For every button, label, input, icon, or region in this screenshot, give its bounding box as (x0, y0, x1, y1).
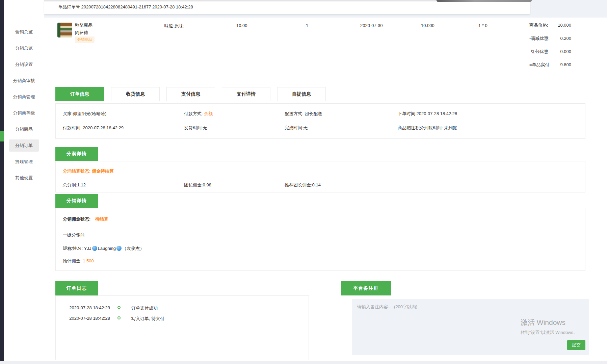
sidebar-item-distributor-level[interactable]: 分销商等级 (4, 105, 44, 121)
product-price: 10.00 (236, 23, 247, 28)
price-summary: 商品价格:10.000 -满减优惠:0.200 -红包优惠:0.000 =单品实… (529, 23, 571, 76)
sidebar-item-label: 分销总览 (15, 45, 33, 51)
product-quantity: 1 (306, 23, 308, 28)
bottom-edge-strip (0, 361, 607, 364)
nickname-emoji-icon (92, 246, 97, 251)
sidebar-item-label: 分销商管理 (13, 94, 35, 100)
expected-commission-row: 预计佣金: 1.500 (63, 258, 94, 264)
windows-activation-watermark: 激活 Windows 转到“设置”以激活 Windows。 (521, 318, 578, 336)
log-dot-icon (117, 306, 121, 309)
nickname-suffix: （袁俊杰） (122, 246, 144, 251)
watermark-line1: 激活 Windows (521, 318, 578, 327)
payment-method-value: 余额 (204, 111, 213, 116)
summary-row-redpacket-discount: -红包优惠:0.000 (529, 49, 571, 54)
tab-shipping-info[interactable]: 收货信息 (111, 87, 160, 101)
expected-commission-value: 1.500 (83, 258, 94, 263)
sidebar-item-withdraw-management[interactable]: 提现管理 (4, 154, 44, 170)
summary-label: -红包优惠: (529, 49, 550, 54)
tab-payment-detail[interactable]: 支付详情 (222, 87, 270, 101)
log-time: 2020-07-28 18:42:28 (63, 316, 110, 321)
product-spec: 1 * 0 (478, 23, 487, 28)
active-section-indicator (0, 131, 4, 141)
sidebar-item-distribution-settings[interactable]: 分销设置 (4, 56, 44, 73)
sidebar-item-distribution-orders[interactable]: 分销订单 (4, 137, 44, 154)
nickname-mid: Laughing (98, 246, 116, 251)
distributor-nickname-row: 昵称/姓名: YJJLaughing（袁俊杰） (63, 245, 144, 252)
ship-time: 发货时间:无 (184, 125, 207, 131)
nickname-prefix: YJJ (84, 246, 91, 251)
sidebar: 营销总览 分销总览 分销设置 分销商审核 分销商管理 分销商等级 分销商品 分销… (4, 0, 45, 361)
log-text: 订单支付成功 (131, 305, 158, 311)
sidebar-item-distribution-overview[interactable]: 分销总览 (4, 40, 44, 56)
summary-value: 0.200 (560, 36, 571, 41)
sidebar-item-label: 其他设置 (15, 175, 33, 181)
profit-section-header: 分润详情 (55, 147, 98, 161)
points-arrival-time: 商品赠送积分到账时间: 未到账 (398, 125, 457, 131)
order-number: 单品订单号 20200728184228082480491-21677 2020… (58, 4, 193, 9)
sidebar-item-distributor-review[interactable]: 分销商审核 (4, 73, 44, 89)
commission-status-row: 分销佣金状态: 待结算 (63, 216, 108, 222)
log-timeline (119, 307, 119, 358)
sidebar-item-distributor-management[interactable]: 分销商管理 (4, 89, 44, 105)
delivery-method: 配送方式: 团长配送 (285, 111, 322, 117)
order-content: 秒杀商品 阿萨德 分销商品 味道:原味; 10.00 1 2020-07-30 … (44, 18, 607, 361)
order-log-header: 订单日志 (55, 281, 98, 295)
summary-label: -满减优惠: (529, 36, 550, 41)
watermark-line2: 转到“设置”以激活 Windows。 (521, 330, 578, 336)
product-name: 秒杀商品 (75, 22, 93, 28)
sidebar-menu: 营销总览 分销总览 分销设置 分销商审核 分销商管理 分销商等级 分销商品 分销… (4, 24, 44, 186)
log-text: 写入订单, 待支付 (131, 316, 164, 322)
summary-row-price: 商品价格:10.000 (529, 23, 571, 27)
sidebar-item-label: 分销商审核 (13, 78, 35, 84)
buyer-info: 买家:仰望阳光(哈哈哈) (63, 111, 106, 117)
sidebar-item-label: 分销商品 (15, 126, 33, 132)
tab-pickup-info[interactable]: 自提信息 (277, 87, 326, 101)
product-attribute: 味道:原味; (164, 23, 184, 29)
total-profit: 总分润:1.12 (63, 182, 86, 188)
distribution-box (55, 208, 585, 271)
sidebar-item-distribution-goods[interactable]: 分销商品 (4, 121, 44, 137)
sidebar-item-other-settings[interactable]: 其他设置 (4, 170, 44, 186)
sidebar-item-label: 分销设置 (15, 61, 33, 68)
tab-payment-info[interactable]: 支付信息 (166, 87, 215, 101)
payment-time: 付款时间: 2020-07-28 18:42:29 (63, 125, 124, 131)
sidebar-item-label: 分销订单 (9, 139, 39, 152)
order-header-bar: 单品订单号 20200728184228082480491-21677 2020… (44, 0, 530, 14)
submit-button[interactable]: 提交 (567, 340, 585, 350)
product-image[interactable] (57, 23, 72, 37)
log-time: 2020-07-28 18:42:29 (63, 305, 110, 310)
distribution-section-header: 分销详情 (55, 194, 98, 208)
order-info-box (55, 103, 585, 139)
delivery-date: 2020-07-30 (360, 23, 383, 28)
product-subname: 阿萨德 (75, 30, 88, 36)
distribution-goods-tag: 分销商品 (75, 36, 95, 43)
expected-commission-label: 预计佣金: (63, 258, 83, 263)
product-subtotal: 10.000 (421, 23, 434, 28)
header-content-gap (44, 14, 607, 18)
sidebar-item-marketing-overview[interactable]: 营销总览 (4, 24, 44, 40)
leader-commission: 团长佣金:0.98 (184, 182, 211, 188)
summary-value: 9.800 (560, 62, 571, 67)
commission-status-value: 待结算 (95, 216, 108, 222)
mini-sidebar-strip (0, 0, 4, 364)
summary-row-actual-paid: =单品实付:9.800 (529, 62, 571, 67)
platform-remark-area: 激活 Windows 转到“设置”以激活 Windows。 提交 (352, 299, 589, 355)
overlapping-window-edge (437, 0, 532, 2)
order-time: 下单时间:2020-07-28 18:42:28 (398, 111, 457, 117)
sidebar-item-label: 营销总览 (15, 29, 33, 35)
summary-row-full-discount: -满减优惠:0.200 (529, 36, 571, 41)
tab-order-info[interactable]: 订单信息 (55, 87, 104, 101)
finish-time: 完成时间:无 (285, 125, 308, 131)
summary-value: 10.000 (558, 23, 571, 27)
log-dot-icon (117, 316, 121, 319)
distributor-level: 一级分销商 (63, 232, 85, 238)
summary-label: 商品价格: (529, 23, 548, 27)
sidebar-item-label: 提现管理 (15, 159, 33, 165)
platform-remark-header: 平台备注框 (341, 281, 391, 295)
referral-leader-commission: 推荐团长佣金:0.14 (285, 182, 321, 188)
summary-value: 0.000 (560, 49, 571, 54)
nickname-label: 昵称/姓名: (63, 246, 84, 251)
payment-method-label: 付款方式: (184, 111, 204, 116)
summary-label: =单品实付: (529, 62, 551, 67)
nickname-emoji-icon (116, 246, 122, 251)
